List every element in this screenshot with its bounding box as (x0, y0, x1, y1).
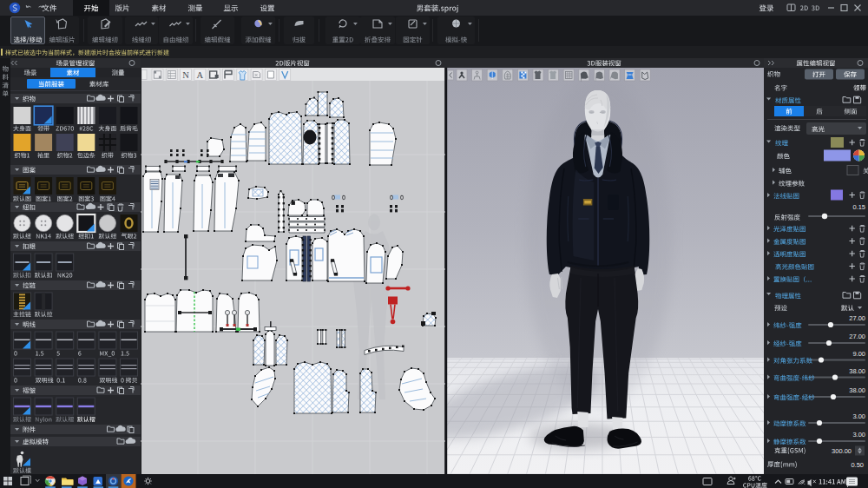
svg-text:27.00: 27.00 (849, 314, 865, 322)
svg-text:0.15: 0.15 (852, 203, 865, 211)
svg-text:3.00: 3.00 (852, 431, 865, 439)
svg-text:38.00: 38.00 (849, 386, 865, 394)
svg-text:3.00: 3.00 (852, 412, 865, 420)
svg-text:N: N (182, 70, 189, 80)
svg-text:9.00: 9.00 (852, 350, 865, 358)
svg-text:300.00: 300.00 (832, 447, 852, 455)
svg-text:27.00: 27.00 (849, 333, 865, 340)
svg-text:38.00: 38.00 (849, 367, 865, 375)
svg-text:A: A (197, 70, 204, 80)
svg-text:0.50: 0.50 (851, 461, 864, 469)
